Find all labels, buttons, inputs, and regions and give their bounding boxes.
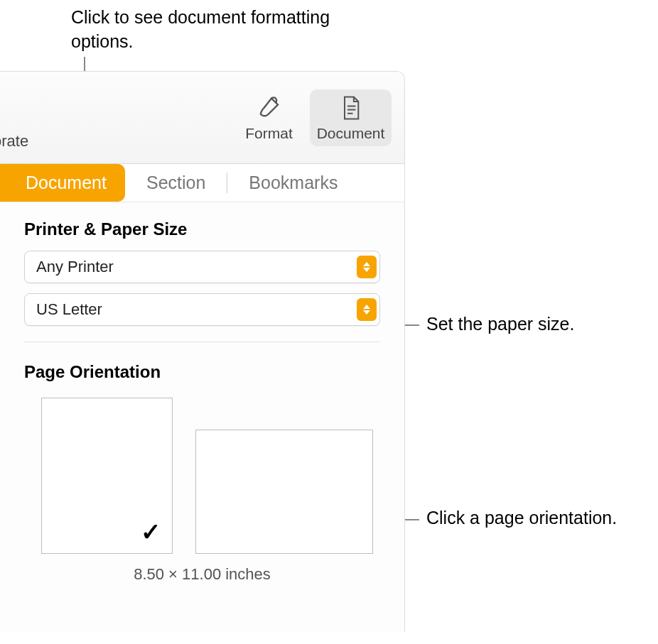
page-orientation-heading: Page Orientation [24,362,380,382]
section-divider [24,342,380,342]
document-icon [340,95,362,121]
callout-document-tab: Click to see document formatting options… [71,6,377,54]
callout-paper-size: Set the paper size. [426,312,574,337]
toolbar: orate Format Document [0,72,404,164]
inspector-tabs: Document Section Bookmarks [0,164,404,202]
checkmark-icon: ✓ [141,518,161,546]
callout-orientation: Click a page orientation. [426,506,617,530]
paper-size-popup[interactable]: US Letter [24,293,380,326]
orientation-options: ✓ [24,398,380,554]
inspector-content: Printer & Paper Size Any Printer US Lett… [0,202,404,601]
toolbar-format-button[interactable]: Format [228,89,310,146]
updown-arrows-icon [357,256,377,278]
printer-popup[interactable]: Any Printer [24,251,380,283]
toolbar-document-button[interactable]: Document [310,89,392,146]
toolbar-document-label: Document [317,125,385,141]
toolbar-item-collaborate-partial[interactable]: orate [0,132,28,151]
paintbrush-icon [257,95,282,121]
printer-paper-heading: Printer & Paper Size [24,219,380,239]
orientation-landscape[interactable] [195,430,373,554]
tab-section[interactable]: Section [125,164,227,202]
page-dimensions-label: 8.50 × 11.00 inches [24,565,380,584]
orientation-portrait[interactable]: ✓ [41,398,173,554]
paper-size-popup-value: US Letter [36,300,102,319]
tab-bookmarks[interactable]: Bookmarks [227,164,359,202]
printer-popup-value: Any Printer [36,258,114,276]
updown-arrows-icon [357,298,377,321]
inspector-panel: orate Format Document [0,71,405,632]
toolbar-format-label: Format [245,125,293,141]
tab-document[interactable]: Document [0,164,125,202]
